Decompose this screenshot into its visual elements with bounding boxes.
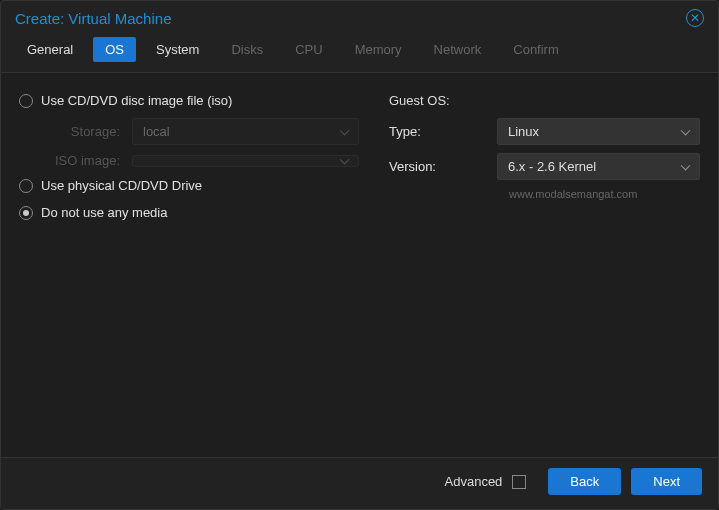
wizard-tabs: General OS System Disks CPU Memory Netwo… bbox=[1, 31, 718, 73]
tab-network: Network bbox=[422, 37, 494, 62]
back-button[interactable]: Back bbox=[548, 468, 621, 495]
content-panel: Use CD/DVD disc image file (iso) Storage… bbox=[1, 73, 718, 457]
storage-select: local bbox=[132, 118, 359, 145]
radio-none-label: Do not use any media bbox=[41, 205, 167, 220]
type-select[interactable]: Linux bbox=[497, 118, 700, 145]
radio-icon bbox=[19, 179, 33, 193]
radio-iso-label: Use CD/DVD disc image file (iso) bbox=[41, 93, 232, 108]
dialog-title: Create: Virtual Machine bbox=[15, 10, 171, 27]
type-label: Type: bbox=[389, 124, 489, 139]
radio-physical[interactable]: Use physical CD/DVD Drive bbox=[19, 172, 359, 199]
next-button[interactable]: Next bbox=[631, 468, 702, 495]
radio-iso[interactable]: Use CD/DVD disc image file (iso) bbox=[19, 87, 359, 114]
advanced-checkbox[interactable] bbox=[512, 475, 526, 489]
radio-physical-label: Use physical CD/DVD Drive bbox=[41, 178, 202, 193]
tab-memory: Memory bbox=[343, 37, 414, 62]
iso-image-select bbox=[132, 155, 359, 167]
radio-none[interactable]: Do not use any media bbox=[19, 199, 359, 226]
storage-label: Storage: bbox=[19, 124, 124, 139]
tab-confirm: Confirm bbox=[501, 37, 571, 62]
dialog-footer: Advanced Back Next bbox=[1, 457, 718, 509]
radio-icon bbox=[19, 206, 33, 220]
tab-cpu: CPU bbox=[283, 37, 334, 62]
dialog-header: Create: Virtual Machine ✕ bbox=[1, 1, 718, 31]
version-label: Version: bbox=[389, 159, 489, 174]
iso-image-label: ISO image: bbox=[19, 153, 124, 168]
tab-os[interactable]: OS bbox=[93, 37, 136, 62]
version-select[interactable]: 6.x - 2.6 Kernel bbox=[497, 153, 700, 180]
close-icon[interactable]: ✕ bbox=[686, 9, 704, 27]
create-vm-dialog: Create: Virtual Machine ✕ General OS Sys… bbox=[0, 0, 719, 510]
guest-os-header: Guest OS: bbox=[389, 87, 700, 114]
media-column: Use CD/DVD disc image file (iso) Storage… bbox=[19, 87, 359, 443]
tab-general[interactable]: General bbox=[15, 37, 85, 62]
tab-disks: Disks bbox=[219, 37, 275, 62]
guest-os-column: Guest OS: Type: Linux Version: 6.x - 2.6… bbox=[389, 87, 700, 443]
tab-system[interactable]: System bbox=[144, 37, 211, 62]
watermark: www.modalsemangat.com bbox=[389, 188, 700, 200]
advanced-label: Advanced bbox=[445, 474, 503, 489]
radio-icon bbox=[19, 94, 33, 108]
